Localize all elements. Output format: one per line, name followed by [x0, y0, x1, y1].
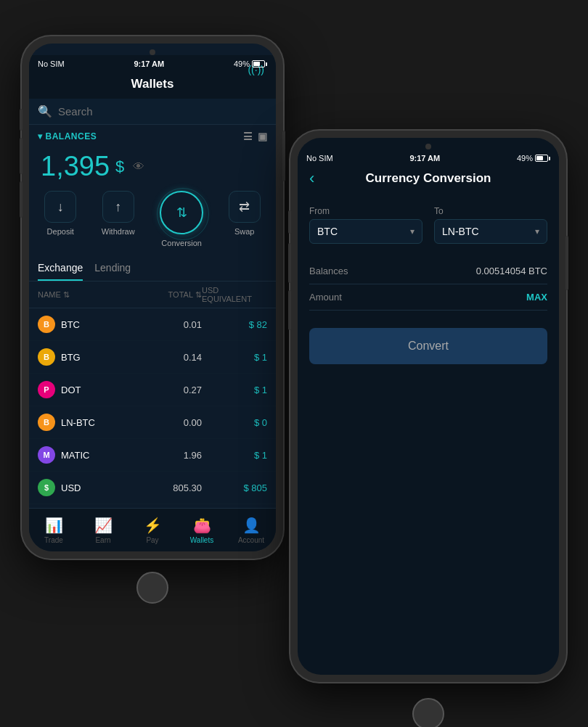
table-row[interactable]: B LN-BTC 0.00 $ 0 [29, 406, 276, 439]
coin-amount: 805.30 [144, 482, 202, 493]
coin-icon: $ [38, 479, 55, 496]
conversion-circle-icon: ⇅ [160, 191, 203, 234]
pay-icon: ⚡ [144, 517, 162, 534]
balances-label: BALANCES [46, 131, 97, 141]
table-row[interactable]: M MATIC 1.96 $ 1 [29, 439, 276, 472]
coin-name-cell: B LN-BTC [38, 414, 144, 431]
phone2-conversion: No SIM 9:17 AM 49% ‹ Currency Conversion… [290, 131, 566, 682]
nav-trade-label: Trade [44, 536, 63, 544]
nav-trade[interactable]: 📊 Trade [29, 517, 78, 544]
status-time: 9:17 AM [134, 59, 164, 68]
battery-icon-2 [535, 155, 550, 162]
col-name: NAME ⇅ [38, 286, 144, 303]
coin-name-cell: M MATIC [38, 446, 144, 464]
swap-button[interactable]: ⇄ Swap [229, 191, 261, 236]
coin-usd: $ 82 [202, 319, 267, 330]
search-input[interactable] [58, 105, 267, 118]
convert-button[interactable]: Convert [309, 328, 547, 364]
withdraw-button[interactable]: ↑ Withdraw [102, 191, 135, 236]
conversion-title: Currency Conversion [309, 171, 547, 186]
col-total: TOTAL ⇅ [144, 286, 202, 303]
chevron-down-icon: ▾ [38, 131, 43, 141]
from-chevron-icon: ▾ [410, 226, 415, 237]
coin-usd: $ 1 [202, 352, 267, 363]
tab-exchange[interactable]: Exchange [38, 256, 83, 281]
col-usd: USD EQUIVALENT [202, 286, 267, 303]
withdraw-label: Withdraw [102, 227, 135, 236]
from-value: BTC [317, 226, 338, 237]
to-value: LN-BTC [442, 226, 479, 237]
back-button[interactable]: ‹ [309, 169, 314, 188]
table-row[interactable]: B BTC 0.01 $ 82 [29, 308, 276, 341]
table-row[interactable]: $ USD 805.30 $ 805 [29, 472, 276, 504]
swap-label: Swap [234, 227, 255, 236]
coin-usd: $ 0 [202, 417, 267, 428]
deposit-button[interactable]: ↓ Deposit [44, 191, 76, 236]
coin-ticker: DOT [61, 385, 81, 395]
nav-earn[interactable]: 📈 Earn [78, 517, 128, 544]
coin-name-cell: $ USD [38, 479, 144, 496]
nav-header: ‹ Currency Conversion [298, 165, 559, 194]
from-to-row: From BTC ▾ To LN-BTC ▾ [309, 206, 547, 244]
table-row[interactable]: B BTG 0.14 $ 1 [29, 341, 276, 374]
chart-icon[interactable]: ▣ [258, 131, 268, 142]
phone1-wallets: No SIM 9:17 AM 49% Wallets ((·)) 🔍 ▾ [22, 36, 283, 559]
nav-wallets[interactable]: 👛 Wallets [177, 517, 226, 544]
status-left-2: No SIM [306, 154, 333, 163]
coin-ticker: BTG [61, 352, 81, 363]
deposit-label: Deposit [47, 227, 74, 236]
balances-info-value: 0.00514054 BTC [476, 266, 547, 276]
wallets-icon: 👛 [193, 517, 211, 534]
account-icon: 👤 [242, 517, 261, 534]
table-row[interactable]: P DOT 0.27 $ 1 [29, 374, 276, 406]
list-icon[interactable]: ☰ [243, 131, 253, 142]
big-balance: 1,395 $ 👁 [29, 145, 276, 185]
coin-icon: B [38, 348, 55, 366]
trade-icon: 📊 [45, 517, 63, 534]
max-button[interactable]: MAX [526, 292, 547, 303]
coin-table: B BTC 0.01 $ 82 B BTG 0.14 $ 1 P DOT 0.2… [29, 308, 276, 504]
nav-pay[interactable]: ⚡ Pay [128, 517, 177, 544]
battery-icon [252, 60, 267, 67]
coin-icon: P [38, 381, 55, 398]
camera-dot [150, 49, 155, 55]
phone2-screen: No SIM 9:17 AM 49% ‹ Currency Conversion… [298, 138, 559, 675]
eye-icon[interactable]: 👁 [133, 160, 144, 173]
withdraw-icon: ↑ [102, 191, 134, 223]
tab-lending[interactable]: Lending [94, 256, 131, 281]
coin-ticker: LN-BTC [61, 417, 95, 428]
battery-percent: 49% [234, 59, 250, 68]
balance-currency: $ [115, 157, 124, 176]
coin-ticker: MATIC [61, 450, 89, 461]
conversion-button[interactable]: ⇅ Conversion [160, 191, 203, 247]
action-row: ↓ Deposit ↑ Withdraw ⇅ Conversion ⇄ Swap [29, 185, 276, 256]
table-header: NAME ⇅ TOTAL ⇅ USD EQUIVALENT [29, 282, 276, 308]
to-select[interactable]: LN-BTC ▾ [434, 219, 547, 244]
balances-icons: ☰ ▣ [243, 131, 267, 142]
nav-account[interactable]: 👤 Account [226, 517, 276, 544]
coin-amount: 0.14 [144, 352, 202, 363]
to-field-group: To LN-BTC ▾ [434, 206, 547, 244]
to-chevron-icon: ▾ [535, 226, 539, 237]
bottom-nav: 📊 Trade 📈 Earn ⚡ Pay 👛 Wallets 👤 Account [29, 508, 276, 551]
coin-icon: B [38, 414, 55, 431]
home-button[interactable] [136, 572, 168, 604]
deposit-icon: ↓ [44, 191, 76, 223]
search-bar[interactable]: 🔍 [29, 99, 276, 125]
status-right: 49% [234, 59, 267, 68]
coin-icon: M [38, 446, 55, 464]
from-label: From [309, 206, 422, 216]
nav-pay-label: Pay [146, 536, 158, 544]
earn-icon: 📈 [94, 517, 113, 534]
phone1-screen: No SIM 9:17 AM 49% Wallets ((·)) 🔍 ▾ [29, 44, 276, 551]
home-button-2[interactable] [412, 698, 444, 727]
coin-ticker: BTC [61, 319, 80, 330]
battery-percent-2: 49% [517, 154, 533, 163]
balance-amount: 1,395 [41, 151, 110, 182]
coin-amount: 0.01 [144, 319, 202, 330]
wallets-header: Wallets ((·)) [29, 71, 276, 99]
coin-usd: $ 805 [202, 482, 267, 493]
balances-info-row: Balances 0.00514054 BTC [309, 258, 547, 284]
from-select[interactable]: BTC ▾ [309, 219, 422, 244]
camera-dot-2 [425, 144, 431, 149]
